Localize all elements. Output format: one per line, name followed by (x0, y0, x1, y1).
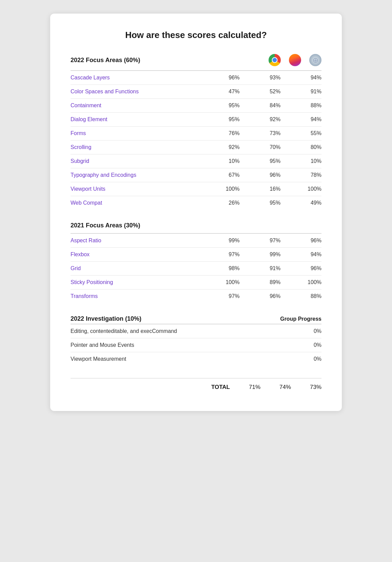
table-row: Forms 76% 73% 55% (71, 127, 321, 140)
score-col3: 80% (280, 140, 321, 154)
safari-icon (309, 54, 321, 66)
score-col2: 92% (239, 113, 280, 127)
table-row: Typography and Encodings 67% 96% 78% (71, 168, 321, 182)
row-label[interactable]: Viewport Units (71, 182, 199, 196)
section-focus-2022-title: 2022 Focus Areas (60%) (71, 57, 140, 64)
table-row: Cascade Layers 96% 93% 94% (71, 71, 321, 85)
score-col1: 67% (199, 168, 240, 182)
table-row: Sticky Positioning 100% 89% 100% (71, 276, 321, 289)
score-col1: 76% (199, 127, 240, 140)
row-label[interactable]: Transforms (71, 289, 199, 303)
score-col2: 97% (239, 234, 280, 248)
score-col2: 96% (239, 168, 280, 182)
score-col3: 55% (280, 127, 321, 140)
table-row: Color Spaces and Functions 47% 52% 91% (71, 85, 321, 99)
row-label[interactable]: Aspect Ratio (71, 234, 199, 248)
score-col1: 97% (199, 289, 240, 303)
row-label[interactable]: Containment (71, 99, 199, 113)
firefox-icon (289, 54, 301, 66)
row-label-plain: Pointer and Mouse Events (71, 338, 261, 352)
section-investigation-2022-title: 2022 Investigation (10%) (71, 315, 141, 322)
score-col1: 26% (199, 196, 240, 210)
score-col1: 95% (199, 99, 240, 113)
table-row: Editing, contenteditable, and execComman… (71, 324, 321, 338)
investigation-header: 2022 Investigation (10%) Group Progress (71, 315, 321, 322)
main-card: How are these scores calculated? 2022 Fo… (50, 14, 342, 411)
row-label-plain: Editing, contenteditable, and execComman… (71, 324, 261, 338)
score-col1: 97% (199, 248, 240, 262)
focus-2021-table: Aspect Ratio 99% 97% 96% Flexbox 97% 99%… (71, 233, 321, 303)
section-focus-2021: 2021 Focus Areas (30%) Aspect Ratio 99% … (71, 222, 321, 303)
total-col2: 74% (260, 384, 291, 391)
score-col3: 10% (280, 154, 321, 168)
row-label[interactable]: Web Compat (71, 196, 199, 210)
row-label[interactable]: Grid (71, 262, 199, 276)
score-col3: 100% (280, 276, 321, 289)
table-row: Scrolling 92% 70% 80% (71, 140, 321, 154)
score-col1: 47% (199, 85, 240, 99)
row-label[interactable]: Scrolling (71, 140, 199, 154)
total-col1: 71% (230, 384, 260, 391)
table-row: Viewport Units 100% 16% 100% (71, 182, 321, 196)
score-col3: 78% (280, 168, 321, 182)
investigation-2022-table: Editing, contenteditable, and execComman… (71, 324, 321, 366)
browser-icons-row (269, 54, 321, 66)
score-col2: 91% (239, 262, 280, 276)
table-row: Transforms 97% 96% 88% (71, 289, 321, 303)
total-col3: 73% (291, 384, 321, 391)
score-col1: 95% (199, 113, 240, 127)
score-col3: 91% (280, 85, 321, 99)
score-col1: 96% (199, 71, 240, 85)
table-row: Containment 95% 84% 88% (71, 99, 321, 113)
score-col2: 84% (239, 99, 280, 113)
table-row: Grid 98% 91% 96% (71, 262, 321, 276)
section-focus-2021-title: 2021 Focus Areas (30%) (71, 222, 140, 229)
score-col1: 99% (199, 234, 240, 248)
score-col3: 94% (280, 248, 321, 262)
score-col3: 96% (280, 234, 321, 248)
focus-2022-table: Cascade Layers 96% 93% 94% Color Spaces … (71, 71, 321, 210)
score-col3: 88% (280, 99, 321, 113)
score-col2: 70% (239, 140, 280, 154)
row-label[interactable]: Forms (71, 127, 199, 140)
score-col2: 95% (239, 154, 280, 168)
score-col3: 88% (280, 289, 321, 303)
row-label[interactable]: Cascade Layers (71, 71, 199, 85)
table-row: Aspect Ratio 99% 97% 96% (71, 234, 321, 248)
score-col1: 98% (199, 262, 240, 276)
score-col3: 0% (261, 324, 321, 338)
score-col2: 16% (239, 182, 280, 196)
score-col3: 94% (280, 71, 321, 85)
row-label[interactable]: Subgrid (71, 154, 199, 168)
score-col2: 95% (239, 196, 280, 210)
table-row: Pointer and Mouse Events 0% (71, 338, 321, 352)
score-col2: 73% (239, 127, 280, 140)
total-label: TOTAL (71, 384, 230, 391)
score-col3: 100% (280, 182, 321, 196)
score-col2: 99% (239, 248, 280, 262)
section-investigation-2022: 2022 Investigation (10%) Group Progress … (71, 315, 321, 366)
row-label[interactable]: Dialog Element (71, 113, 199, 127)
score-col3: 96% (280, 262, 321, 276)
score-col1: 100% (199, 276, 240, 289)
score-col3: 0% (261, 338, 321, 352)
row-label[interactable]: Flexbox (71, 248, 199, 262)
table-row: Subgrid 10% 95% 10% (71, 154, 321, 168)
table-row: Viewport Measurement 0% (71, 352, 321, 366)
chrome-icon (269, 54, 281, 66)
score-col3: 49% (280, 196, 321, 210)
group-progress-label: Group Progress (280, 316, 321, 322)
row-label-plain: Viewport Measurement (71, 352, 261, 366)
score-col1: 10% (199, 154, 240, 168)
score-col1: 92% (199, 140, 240, 154)
row-label[interactable]: Color Spaces and Functions (71, 85, 199, 99)
score-col2: 89% (239, 276, 280, 289)
total-row: TOTAL 71% 74% 73% (71, 378, 321, 391)
section-focus-2021-header: 2021 Focus Areas (30%) (71, 222, 321, 232)
row-label[interactable]: Typography and Encodings (71, 168, 199, 182)
table-row: Flexbox 97% 99% 94% (71, 248, 321, 262)
score-col2: 96% (239, 289, 280, 303)
table-row: Web Compat 26% 95% 49% (71, 196, 321, 210)
row-label[interactable]: Sticky Positioning (71, 276, 199, 289)
score-col2: 93% (239, 71, 280, 85)
